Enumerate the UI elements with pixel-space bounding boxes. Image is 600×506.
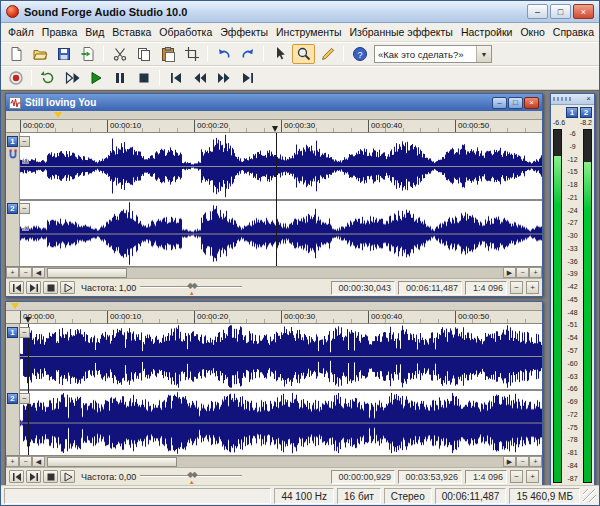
close-button[interactable]: × bbox=[573, 4, 594, 19]
copy-button[interactable] bbox=[132, 44, 155, 64]
doc2-overview-bar[interactable] bbox=[6, 302, 542, 311]
open-file-button[interactable] bbox=[28, 44, 51, 64]
minimize-button[interactable]: – bbox=[527, 4, 548, 19]
edit-tool-button[interactable] bbox=[268, 44, 291, 64]
meter-channel-1-button[interactable]: 1 bbox=[566, 107, 578, 118]
menu-item[interactable]: Вид bbox=[81, 24, 108, 40]
meters-close-button[interactable]: × bbox=[585, 95, 592, 103]
menu-item[interactable]: Избранные эффекты bbox=[346, 24, 457, 40]
doc1-vertical-zoom-in-button[interactable]: + bbox=[526, 281, 539, 294]
maximize-button[interactable]: □ bbox=[550, 4, 571, 19]
doc2-waveform-channel-2[interactable] bbox=[20, 391, 542, 456]
doc2-rate-slider[interactable]: ◆◆ ▲ bbox=[138, 469, 244, 484]
menu-item[interactable]: Файл bbox=[4, 24, 38, 40]
menu-item[interactable]: Правка bbox=[38, 24, 81, 40]
redo-button[interactable] bbox=[236, 44, 259, 64]
doc1-zoom-in-time-button[interactable]: + bbox=[6, 267, 19, 278]
doc1-minimize-button[interactable]: – bbox=[492, 97, 507, 109]
meter-channel-2-button[interactable]: 2 bbox=[580, 107, 592, 118]
doc2-go-to-end-button[interactable] bbox=[26, 470, 41, 483]
doc1-time-ruler[interactable]: 00:00:0000:00:1000:00:2000:00:3000:00:40… bbox=[6, 120, 542, 133]
doc1-go-to-start-button[interactable] bbox=[9, 281, 24, 294]
help-combo[interactable]: «Как это сделать?» ▼ bbox=[374, 45, 492, 63]
go-to-start-button[interactable] bbox=[164, 68, 187, 88]
menu-item[interactable]: Справка bbox=[549, 24, 598, 40]
doc2-zoom-out-button[interactable]: − bbox=[516, 456, 529, 467]
magnify-tool-button[interactable] bbox=[292, 44, 315, 64]
rate-slider-thumb[interactable]: ◆◆ bbox=[187, 470, 195, 479]
doc1-rate-slider[interactable]: ◆◆ ▲ bbox=[138, 280, 244, 295]
menu-item[interactable]: Настройки bbox=[457, 24, 517, 40]
save-button[interactable] bbox=[52, 44, 75, 64]
doc1-zoom-out-time-button[interactable]: − bbox=[19, 267, 32, 278]
doc2-scroll-track[interactable] bbox=[45, 456, 503, 467]
doc2-channel-2-minimize[interactable]: − bbox=[19, 393, 30, 404]
doc2-scroll-thumb[interactable] bbox=[47, 457, 177, 467]
rate-slider-thumb[interactable]: ◆◆ bbox=[187, 281, 195, 290]
menu-item[interactable]: Вставка bbox=[108, 24, 155, 40]
doc2-channel-1[interactable] bbox=[20, 324, 542, 389]
play-all-button[interactable] bbox=[60, 68, 83, 88]
cut-button[interactable] bbox=[108, 44, 131, 64]
undo-button[interactable] bbox=[212, 44, 235, 64]
channel-separator[interactable] bbox=[20, 389, 542, 391]
drag-handle-icon[interactable] bbox=[553, 97, 573, 101]
menu-item[interactable]: Обработка bbox=[155, 24, 216, 40]
doc1-channel-1-button[interactable]: 1 bbox=[7, 136, 18, 147]
doc1-stop-button[interactable] bbox=[43, 281, 58, 294]
doc1-title-bar[interactable]: Still loving You – □ × bbox=[6, 94, 542, 111]
resize-grip[interactable] bbox=[583, 489, 596, 502]
doc1-go-to-end-button[interactable] bbox=[26, 281, 41, 294]
doc1-scroll-left-button[interactable]: ◀ bbox=[32, 267, 45, 278]
doc1-playhead-cursor[interactable] bbox=[276, 133, 277, 266]
title-bar[interactable]: Sound Forge Audio Studio 10.0 – □ × bbox=[1, 1, 599, 23]
doc1-zoom-out-button[interactable]: − bbox=[516, 267, 529, 278]
menu-item[interactable]: Инструменты bbox=[272, 24, 345, 40]
meters-title-bar[interactable]: × bbox=[551, 94, 594, 105]
doc1-scroll-track[interactable] bbox=[45, 267, 503, 278]
rewind-button[interactable] bbox=[188, 68, 211, 88]
menu-item[interactable]: Эффекты bbox=[216, 24, 272, 40]
doc2-scroll-right-button[interactable]: ▶ bbox=[503, 456, 516, 467]
new-file-button[interactable] bbox=[4, 44, 27, 64]
doc1-scroll-right-button[interactable]: ▶ bbox=[503, 267, 516, 278]
go-to-end-button[interactable] bbox=[236, 68, 259, 88]
pencil-tool-button[interactable] bbox=[316, 44, 339, 64]
doc2-channel-2[interactable] bbox=[20, 391, 542, 456]
doc1-overview-bar[interactable] bbox=[6, 111, 542, 120]
doc1-maximize-button[interactable]: □ bbox=[508, 97, 523, 109]
doc1-waveform-channel-1[interactable] bbox=[20, 133, 542, 199]
doc2-play-button[interactable] bbox=[60, 470, 75, 483]
doc2-channel-1-button[interactable]: 1 bbox=[7, 327, 18, 338]
doc1-channel-1[interactable]: -∞ bbox=[20, 133, 542, 199]
doc1-channel-2[interactable]: -∞ bbox=[20, 201, 542, 267]
doc1-channel-2-button[interactable]: 2 bbox=[7, 203, 18, 214]
doc1-close-button[interactable]: × bbox=[524, 97, 539, 109]
doc1-waveform-channel-2[interactable] bbox=[20, 201, 542, 267]
doc1-scroll-thumb[interactable] bbox=[47, 268, 127, 278]
doc2-channel-2-button[interactable]: 2 bbox=[7, 393, 18, 404]
pause-button[interactable] bbox=[108, 68, 131, 88]
doc2-go-to-start-button[interactable] bbox=[9, 470, 24, 483]
help-button[interactable]: ? bbox=[348, 44, 371, 64]
menu-item[interactable]: Окно bbox=[516, 24, 548, 40]
export-button[interactable] bbox=[76, 44, 99, 64]
magnet-icon[interactable] bbox=[7, 149, 19, 161]
doc2-zoom-out-time-button[interactable]: − bbox=[19, 456, 32, 467]
forward-button[interactable] bbox=[212, 68, 235, 88]
play-button[interactable] bbox=[84, 68, 107, 88]
doc2-vertical-zoom-in-button[interactable]: + bbox=[526, 470, 539, 483]
doc2-zoom-in-time-button[interactable]: + bbox=[6, 456, 19, 467]
trim-button[interactable] bbox=[180, 44, 203, 64]
doc1-play-button[interactable] bbox=[60, 281, 75, 294]
stop-button[interactable] bbox=[132, 68, 155, 88]
doc2-playhead-cursor[interactable] bbox=[28, 324, 29, 455]
record-button[interactable] bbox=[4, 68, 27, 88]
doc2-channel-1-minimize[interactable]: − bbox=[19, 327, 30, 338]
doc2-vertical-zoom-out-button[interactable]: − bbox=[510, 470, 523, 483]
doc2-scroll-left-button[interactable]: ◀ bbox=[32, 456, 45, 467]
doc2-zoom-in-button[interactable]: + bbox=[529, 456, 542, 467]
doc1-zoom-in-button[interactable]: + bbox=[529, 267, 542, 278]
doc1-channel-2-minimize[interactable]: − bbox=[19, 203, 30, 214]
chevron-down-icon[interactable]: ▼ bbox=[476, 46, 491, 62]
